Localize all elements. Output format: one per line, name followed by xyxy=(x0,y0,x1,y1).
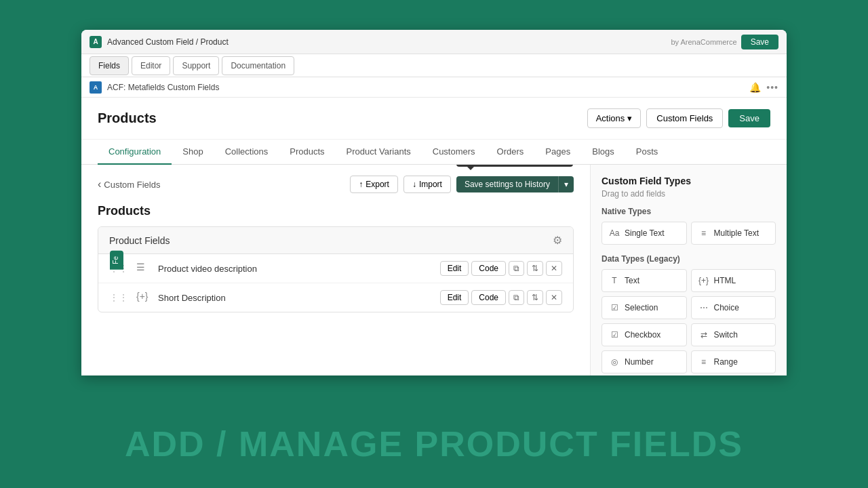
credit-text: by ArenaCommerce xyxy=(671,38,736,46)
field-move-button-2[interactable]: ⇅ xyxy=(527,290,543,305)
tab-support[interactable]: Support xyxy=(173,56,219,75)
single-text-label: Single Text xyxy=(625,228,664,238)
save-button-top[interactable]: Save xyxy=(741,35,778,49)
fields-card-title: Product Fields xyxy=(109,235,170,246)
type-checkbox[interactable]: ☑ Checkbox xyxy=(601,323,687,346)
breadcrumb-row: Custom Fields ↑ Export ↓ Import ACF: Met… xyxy=(98,176,574,193)
sub-tab-products[interactable]: Products xyxy=(279,140,335,165)
legacy-types-grid: T Text {+} HTML ☑ Selection ⋯ Choice ☑ xyxy=(601,269,776,373)
plugin-bar: A ACF: Metafields Custom Fields 🔔 ••• xyxy=(81,77,787,98)
number-label: Number xyxy=(625,357,654,367)
right-panel-subtitle: Drag to add fields xyxy=(601,189,776,199)
sub-tab-pages[interactable]: Pages xyxy=(534,140,581,165)
bottom-banner: ADD / MANAGE PRODUCT FIELDS xyxy=(0,400,868,488)
field-row: ⋮⋮ ☰ Product video description Edit Code… xyxy=(98,254,573,283)
selection-label: Selection xyxy=(625,303,658,312)
sub-tab-customers[interactable]: Customers xyxy=(422,140,486,165)
sub-tab-shop[interactable]: Shop xyxy=(172,140,214,165)
sub-tabs: Configuration Shop Collections Products … xyxy=(81,140,787,165)
range-icon: ≡ xyxy=(698,357,709,367)
page-title: Products xyxy=(98,110,587,126)
export-button[interactable]: ↑ Export xyxy=(350,176,398,193)
field-copy-button-2[interactable]: ⧉ xyxy=(509,290,524,305)
save-history-dropdown[interactable]: ▾ xyxy=(558,176,574,192)
fields-card-header: Product Fields ⚙ xyxy=(98,227,573,254)
field-edit-button[interactable]: Edit xyxy=(440,261,469,276)
type-single-text[interactable]: Aa Single Text xyxy=(601,222,687,245)
field-delete-button-2[interactable]: ✕ xyxy=(546,290,562,305)
top-bar: A Advanced Custom Field / Product by Are… xyxy=(81,30,787,54)
fields-card: Product Fields ⚙ ⋮⋮ ☰ Product video desc… xyxy=(98,226,574,312)
banner-text: ADD / MANAGE PRODUCT FIELDS xyxy=(125,424,743,464)
field-name-label: Short Description xyxy=(158,293,432,303)
html-icon: {+} xyxy=(698,275,709,286)
tab-fields[interactable]: Fields xyxy=(90,56,129,75)
type-text[interactable]: T Text xyxy=(601,269,687,292)
legacy-types-title: Data Types (Legacy) xyxy=(601,254,776,264)
sub-tab-collections[interactable]: Collections xyxy=(214,140,279,165)
tab-editor[interactable]: Editor xyxy=(132,56,170,75)
actions-button[interactable]: Actions ▾ xyxy=(587,108,642,128)
right-panel: Custom Field Types Drag to add fields Na… xyxy=(590,165,787,375)
text-label: Text xyxy=(625,276,639,285)
type-multiple-text[interactable]: ≡ Multiple Text xyxy=(691,222,776,245)
save-main-button[interactable]: Save xyxy=(728,109,770,127)
field-actions: Edit Code ⧉ ⇅ ✕ xyxy=(440,290,562,305)
type-range[interactable]: ≡ Range xyxy=(691,350,776,373)
range-label: Range xyxy=(714,357,738,367)
text-icon: T xyxy=(609,275,620,286)
choice-label: Choice xyxy=(714,303,739,312)
multiple-text-label: Multiple Text xyxy=(714,228,759,238)
checkbox-icon: ☑ xyxy=(609,329,620,340)
field-edit-button-2[interactable]: Edit xyxy=(440,290,469,305)
bell-icon[interactable]: 🔔 xyxy=(749,82,761,93)
header-actions: Actions ▾ Custom Fields Save xyxy=(587,108,770,128)
chevron-down-icon: ▾ xyxy=(627,113,632,123)
multiple-text-icon: ≡ xyxy=(698,228,709,239)
field-copy-button[interactable]: ⧉ xyxy=(509,261,524,276)
type-switch[interactable]: ⇄ Switch xyxy=(691,323,776,346)
type-number[interactable]: ◎ Number xyxy=(601,350,687,373)
field-code-button[interactable]: Code xyxy=(471,261,506,276)
sub-tab-product-variants[interactable]: Product Variants xyxy=(336,140,422,165)
breadcrumb: Advanced Custom Field / Product xyxy=(107,37,665,47)
field-row: ⋮⋮ {+} Short Description Edit Code ⧉ ⇅ ✕ xyxy=(98,283,573,312)
single-text-icon: Aa xyxy=(609,228,620,239)
top-bar-right: by ArenaCommerce Save xyxy=(671,35,778,49)
fields-settings-icon[interactable]: ⚙ xyxy=(553,234,562,247)
browser-window: A Advanced Custom Field / Product by Are… xyxy=(81,30,787,375)
sub-tab-orders[interactable]: Orders xyxy=(486,140,535,165)
plugin-name: ACF: Metafields Custom Fields xyxy=(107,83,219,92)
custom-fields-breadcrumb[interactable]: Custom Fields xyxy=(98,178,160,190)
import-button[interactable]: ↓ Import xyxy=(403,176,451,193)
more-options-icon[interactable]: ••• xyxy=(766,82,778,93)
plugin-logo: A xyxy=(90,81,102,94)
content-area: Custom Fields ↑ Export ↓ Import ACF: Met… xyxy=(81,165,787,375)
sidebar-tab[interactable]: Fe xyxy=(110,251,123,270)
checkbox-label: Checkbox xyxy=(625,330,660,340)
sub-tab-posts[interactable]: Posts xyxy=(625,140,669,165)
type-selection[interactable]: ☑ Selection xyxy=(601,296,687,319)
left-panel: Custom Fields ↑ Export ↓ Import ACF: Met… xyxy=(81,165,590,375)
sub-tab-configuration[interactable]: Configuration xyxy=(98,140,172,165)
choice-icon: ⋯ xyxy=(698,302,709,313)
field-delete-button[interactable]: ✕ xyxy=(546,261,562,276)
action-btns: ↑ Export ↓ Import ACF: Metafields Custom… xyxy=(350,176,574,193)
field-move-button[interactable]: ⇅ xyxy=(527,261,543,276)
selection-icon: ☑ xyxy=(609,302,620,313)
drag-handle-icon[interactable]: ⋮⋮ xyxy=(109,292,128,303)
tab-documentation[interactable]: Documentation xyxy=(222,56,294,75)
save-history-button[interactable]: Save settings to History xyxy=(456,176,558,192)
sub-tab-blogs[interactable]: Blogs xyxy=(581,140,625,165)
native-types-grid: Aa Single Text ≡ Multiple Text xyxy=(601,222,776,245)
page-header: Products Actions ▾ Custom Fields Save xyxy=(81,98,787,140)
app-logo: A xyxy=(90,36,102,48)
plugin-bar-right: 🔔 ••• xyxy=(749,82,778,93)
field-code-button-2[interactable]: Code xyxy=(471,290,506,305)
type-choice[interactable]: ⋯ Choice xyxy=(691,296,776,319)
section-title: Products xyxy=(98,204,574,218)
custom-fields-button[interactable]: Custom Fields xyxy=(646,108,723,128)
switch-label: Switch xyxy=(714,330,738,340)
field-name-label: Product video description xyxy=(158,264,432,274)
type-html[interactable]: {+} HTML xyxy=(691,269,776,292)
